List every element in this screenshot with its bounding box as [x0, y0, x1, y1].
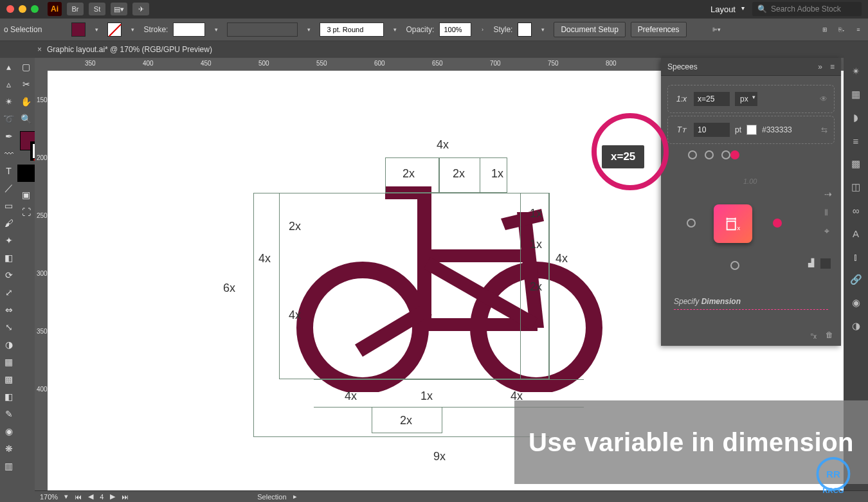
- panel-title[interactable]: Specees: [667, 62, 698, 71]
- footer-trash-icon[interactable]: 🗑: [826, 330, 833, 339]
- opt-coord-icon[interactable]: ⌖: [824, 226, 832, 237]
- ruler-vertical[interactable]: 150 200 250 300 350 400: [35, 71, 48, 490]
- brush-field[interactable]: 3 pt. Round: [320, 22, 384, 37]
- gradient-tool[interactable]: ◧: [0, 388, 17, 405]
- align-button[interactable]: ⊫▾: [710, 22, 724, 37]
- dock-type-icon[interactable]: A: [849, 226, 863, 240]
- spec-dimension-button[interactable]: x: [714, 204, 752, 243]
- lasso-tool[interactable]: ➰: [0, 110, 17, 127]
- graph-tool[interactable]: ▥: [0, 457, 17, 474]
- font-color-swatch[interactable]: [746, 125, 757, 135]
- mesh-tool[interactable]: ▩: [0, 370, 17, 388]
- tab-title[interactable]: Graphic layout.ai* @ 170% (RGB/GPU Previ…: [47, 45, 212, 54]
- direct-selection-tool[interactable]: ▵: [0, 75, 17, 93]
- rotate-tool[interactable]: ⟳: [0, 266, 17, 283]
- tab-close-icon[interactable]: ×: [37, 45, 42, 54]
- zoom-tool[interactable]: 🔍: [17, 110, 35, 127]
- nav-first-icon[interactable]: ⏮: [75, 493, 82, 501]
- color-mode-solid[interactable]: [17, 165, 35, 182]
- arrange-button[interactable]: ▤▾: [111, 3, 127, 15]
- style-swatch[interactable]: [518, 22, 532, 37]
- isolate-button[interactable]: ⎘▾: [836, 22, 847, 37]
- font-size-input[interactable]: [694, 123, 730, 137]
- dock-cc-icon[interactable]: ∞: [849, 203, 863, 217]
- dock-swatches-icon[interactable]: ▩: [849, 157, 863, 171]
- rectangle-tool[interactable]: ▭: [0, 197, 17, 214]
- preferences-button[interactable]: Preferences: [631, 22, 687, 37]
- zoom-window[interactable]: [31, 5, 39, 13]
- draw-mode[interactable]: ▣: [17, 186, 35, 203]
- opacity-field[interactable]: 100%: [439, 22, 471, 37]
- blend-tool[interactable]: ◉: [0, 422, 17, 440]
- dock-layers-icon[interactable]: ◑: [849, 319, 863, 333]
- dock-stroke-icon[interactable]: ≡: [849, 134, 863, 148]
- anchor-top-right[interactable]: [721, 150, 730, 159]
- symbol-sprayer-tool[interactable]: ❋: [0, 440, 17, 457]
- brush-dd[interactable]: ▾: [389, 22, 401, 37]
- transform-toggle[interactable]: ⊞: [819, 22, 831, 37]
- dock-pathfinder-icon[interactable]: ◫: [849, 180, 863, 194]
- width-tool[interactable]: ⇔: [0, 301, 17, 318]
- artboard-number[interactable]: 4: [100, 493, 104, 501]
- zoom-level[interactable]: 170%: [40, 493, 58, 501]
- minimize-window[interactable]: [19, 5, 26, 13]
- stock-search[interactable]: 🔍 Search Adobe Stock: [752, 2, 862, 16]
- variable-input[interactable]: [694, 92, 730, 106]
- bridge-button[interactable]: Br: [67, 3, 84, 15]
- anchor-bottom[interactable]: [730, 261, 739, 270]
- stroke-weight-dd[interactable]: ▾: [210, 22, 222, 37]
- nav-next-icon[interactable]: ▶: [110, 492, 115, 501]
- var-width-dd[interactable]: ▾: [303, 22, 314, 37]
- perspective-tool[interactable]: ▦: [0, 353, 17, 370]
- nav-last-icon[interactable]: ⏭: [122, 493, 129, 501]
- close-window[interactable]: [6, 5, 14, 13]
- dock-properties-icon[interactable]: ✴: [849, 64, 863, 78]
- nav-prev-icon[interactable]: ◀: [88, 492, 93, 501]
- paintbrush-tool[interactable]: 🖌: [0, 214, 17, 231]
- anchor-left[interactable]: [687, 219, 696, 228]
- anchor-up-active[interactable]: [730, 150, 739, 159]
- screen-mode[interactable]: ⛶: [17, 203, 35, 220]
- line-tool[interactable]: ／: [0, 179, 17, 197]
- style-dd[interactable]: ▾: [537, 22, 548, 37]
- opt-distribute-icon[interactable]: ⫴: [824, 207, 832, 218]
- status-mode-dd[interactable]: ▸: [293, 492, 297, 501]
- fill-dd[interactable]: ▾: [91, 22, 102, 37]
- anchor-right-active[interactable]: [773, 219, 782, 228]
- stroke-dd[interactable]: ▾: [127, 22, 138, 37]
- eraser-tool[interactable]: ◧: [0, 249, 17, 266]
- panel-collapse-icon[interactable]: »: [818, 62, 822, 71]
- variable-unit[interactable]: px: [735, 92, 757, 106]
- dock-gradient-icon[interactable]: ◗: [849, 111, 863, 125]
- align-end-icon[interactable]: ▟: [808, 258, 814, 269]
- free-transform-tool[interactable]: ⤡: [0, 318, 17, 336]
- footer-dimension-icon[interactable]: ▫x: [811, 330, 817, 340]
- fill-swatch[interactable]: [71, 22, 86, 37]
- workspace-switcher[interactable]: Layout: [704, 2, 747, 17]
- artboard-tool[interactable]: ▢: [17, 58, 35, 75]
- panel-menu[interactable]: ≡: [853, 22, 864, 37]
- panel-menu-icon[interactable]: ≡: [830, 62, 835, 71]
- settings-icon[interactable]: ⇆: [821, 125, 827, 134]
- window-controls[interactable]: [6, 5, 39, 13]
- dock-align-icon[interactable]: ⫿: [849, 249, 863, 264]
- magic-wand-tool[interactable]: ✴: [0, 93, 17, 110]
- scale-tool[interactable]: ⤢: [0, 283, 17, 301]
- dock-color-icon[interactable]: ▦: [849, 87, 863, 102]
- type-tool[interactable]: T: [0, 162, 17, 179]
- anchor-top-mid[interactable]: [705, 150, 714, 159]
- hand-tool[interactable]: ✋: [17, 93, 35, 110]
- var-width-profile[interactable]: [227, 22, 298, 37]
- eyedropper-tool[interactable]: ✎: [0, 405, 17, 422]
- selection-tool[interactable]: ▴: [0, 58, 17, 75]
- align-color-swatch[interactable]: [820, 258, 831, 269]
- curvature-tool[interactable]: 〰: [0, 145, 17, 162]
- pen-tool[interactable]: ✒: [0, 127, 17, 145]
- stock-button[interactable]: St: [89, 3, 105, 15]
- slice-tool[interactable]: ✂: [17, 75, 35, 93]
- gpu-button[interactable]: ✈: [132, 3, 149, 15]
- zoom-dd[interactable]: ▾: [64, 492, 68, 501]
- shape-builder-tool[interactable]: ◑: [0, 336, 17, 353]
- dock-appearance-icon[interactable]: ◉: [849, 296, 863, 310]
- anchor-top-left[interactable]: [688, 150, 697, 159]
